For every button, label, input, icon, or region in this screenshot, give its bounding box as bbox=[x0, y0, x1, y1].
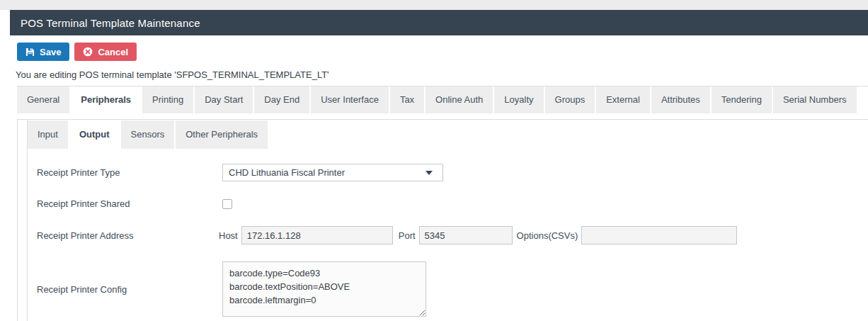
host-label: Host bbox=[219, 230, 238, 241]
receipt-printer-address-row: Receipt Printer Address Host Port Option… bbox=[37, 226, 868, 244]
main-tab-printing[interactable]: Printing bbox=[142, 86, 193, 113]
options-csvs-input[interactable] bbox=[581, 226, 737, 244]
receipt-printer-type-select[interactable]: CHD Lithuania Fiscal Printer bbox=[222, 164, 443, 181]
cancel-circle-x-icon bbox=[83, 47, 93, 57]
main-tab-groups[interactable]: Groups bbox=[545, 86, 595, 113]
cancel-button-label: Cancel bbox=[98, 47, 128, 57]
receipt-printer-address-label: Receipt Printer Address bbox=[37, 230, 219, 241]
main-tab-attributes[interactable]: Attributes bbox=[651, 86, 710, 113]
main-tab-online-auth[interactable]: Online Auth bbox=[426, 86, 493, 113]
receipt-printer-shared-row: Receipt Printer Shared bbox=[37, 198, 868, 209]
main-tab-day-start[interactable]: Day Start bbox=[195, 86, 253, 113]
page-background-strip bbox=[0, 0, 868, 10]
main-tab-user-interface[interactable]: User Interface bbox=[311, 86, 389, 113]
page-title: POS Terminal Template Maintenance bbox=[21, 17, 200, 29]
template-editor-panel: General Peripherals Printing Day Start D… bbox=[17, 86, 868, 321]
main-tab-bar: General Peripherals Printing Day Start D… bbox=[17, 86, 868, 120]
main-tab-tendering[interactable]: Tendering bbox=[712, 86, 772, 113]
receipt-printer-config-textarea[interactable]: barcode.type=Code93 barcode.textPosition… bbox=[222, 261, 426, 317]
receipt-printer-type-row: Receipt Printer Type CHD Lithuania Fisca… bbox=[37, 164, 868, 181]
receipt-printer-config-label: Receipt Printer Config bbox=[37, 284, 222, 295]
receipt-printer-shared-checkbox[interactable] bbox=[222, 199, 232, 209]
peripherals-sub-panel: Input Output Sensors Other Peripherals R… bbox=[27, 120, 868, 321]
receipt-printer-type-label: Receipt Printer Type bbox=[37, 167, 222, 178]
port-input[interactable] bbox=[419, 226, 513, 244]
main-tab-loyalty[interactable]: Loyalty bbox=[494, 86, 543, 113]
sub-tab-other-peripherals[interactable]: Other Peripherals bbox=[176, 120, 268, 149]
output-peripherals-form: Receipt Printer Type CHD Lithuania Fisca… bbox=[28, 151, 868, 317]
main-tab-peripherals[interactable]: Peripherals bbox=[71, 86, 141, 119]
sub-tab-output[interactable]: Output bbox=[69, 120, 120, 151]
dropdown-arrow-icon bbox=[426, 171, 433, 175]
peripherals-sub-tab-bar: Input Output Sensors Other Peripherals bbox=[28, 120, 868, 151]
edit-info-text: You are editing POS terminal template 'S… bbox=[16, 69, 868, 80]
main-tab-tax[interactable]: Tax bbox=[390, 86, 424, 113]
main-tab-serial-numbers[interactable]: Serial Numbers bbox=[773, 86, 857, 113]
save-floppy-icon bbox=[25, 47, 35, 57]
peripherals-tab-content: Input Output Sensors Other Peripherals R… bbox=[17, 120, 868, 321]
main-tab-external[interactable]: External bbox=[596, 86, 650, 113]
receipt-printer-type-selected-value: CHD Lithuania Fiscal Printer bbox=[229, 167, 345, 178]
main-tab-day-end[interactable]: Day End bbox=[254, 86, 309, 113]
main-tab-general[interactable]: General bbox=[17, 86, 69, 113]
save-button-label: Save bbox=[40, 47, 61, 57]
receipt-printer-shared-label: Receipt Printer Shared bbox=[37, 198, 222, 209]
sub-tab-sensors[interactable]: Sensors bbox=[121, 120, 175, 149]
options-csvs-label: Options(CSVs) bbox=[517, 230, 578, 241]
toolbar: Save Cancel bbox=[17, 43, 868, 61]
save-button[interactable]: Save bbox=[17, 43, 69, 61]
port-label: Port bbox=[399, 230, 416, 241]
receipt-printer-config-row: Receipt Printer Config barcode.type=Code… bbox=[37, 261, 868, 317]
host-input[interactable] bbox=[241, 226, 393, 244]
page-header: POS Terminal Template Maintenance bbox=[10, 10, 868, 35]
sub-tab-input[interactable]: Input bbox=[28, 120, 68, 149]
cancel-button[interactable]: Cancel bbox=[74, 43, 137, 61]
